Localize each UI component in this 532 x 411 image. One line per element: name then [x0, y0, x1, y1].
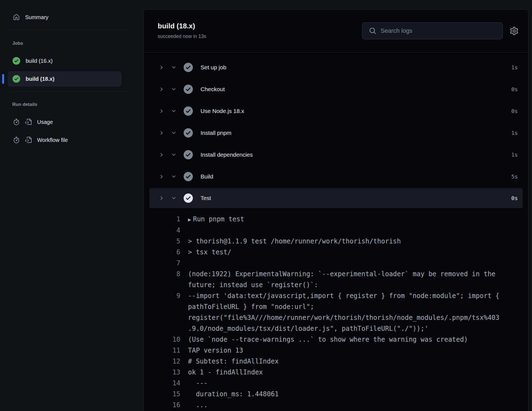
job-header-right	[362, 22, 518, 39]
check-circle-icon	[13, 75, 20, 83]
step-duration: 0s	[511, 86, 518, 93]
log-line-number[interactable]: 15	[160, 389, 180, 400]
step-row[interactable]: Build 5s	[144, 166, 528, 187]
step-label: Set up job	[201, 64, 226, 71]
log-line: 12 # Subtest: findAllIndex	[160, 356, 528, 367]
run-detail-label: Usage	[37, 119, 53, 125]
job-label: build (16.x)	[26, 58, 53, 64]
log-line: 7	[160, 258, 528, 269]
expand-group-marker-icon[interactable]: ▶	[188, 216, 191, 222]
run-details-section-header: Run details	[12, 102, 144, 107]
log-line-number[interactable]: 8	[160, 269, 180, 290]
chevron-right-icon[interactable]	[159, 152, 164, 157]
log-line-number[interactable]: 7	[160, 258, 180, 269]
chevron-down-icon[interactable]	[171, 65, 177, 70]
log-line: 1 ▶Run pnpm test	[160, 214, 528, 225]
log-line-text: (node:1922) ExperimentalWarning: `--expe…	[188, 269, 502, 290]
chevron-right-icon[interactable]	[159, 130, 164, 136]
log-line-number[interactable]: 12	[160, 356, 180, 367]
log-line-text	[188, 225, 502, 236]
log-line-text: duration_ms: 1.448061	[188, 389, 502, 400]
chevron-right-icon[interactable]	[159, 108, 164, 114]
step-row[interactable]: Checkout 0s	[144, 78, 528, 100]
log-line: 4	[160, 225, 528, 236]
step-label: Use Node.js 18.x	[201, 108, 244, 114]
chevron-down-icon[interactable]	[171, 152, 177, 157]
gear-icon	[510, 27, 518, 35]
step-label: Install pnpm	[201, 130, 231, 136]
jobs-section-header: Jobs	[12, 41, 144, 46]
sidebar-item-summary[interactable]: Summary	[8, 10, 121, 25]
log-line-text: ok 1 - findAllIndex	[188, 367, 502, 378]
sidebar-run-detail-item[interactable]: Workflow file	[8, 132, 121, 148]
chevron-right-icon[interactable]	[159, 65, 164, 70]
sidebar-job-item[interactable]: build (16.x)	[8, 53, 121, 68]
chevron-down-icon[interactable]	[171, 195, 177, 201]
step-row[interactable]: Install pnpm 1s	[144, 122, 528, 144]
stopwatch-icon	[13, 119, 20, 125]
log-line-text: # Subtest: findAllIndex	[188, 356, 502, 367]
check-circle-icon	[184, 63, 193, 72]
log-line-number[interactable]: 11	[160, 345, 180, 356]
log-viewer: 1 ▶Run pnpm test 4 5 > thorish@1.1.9 tes…	[144, 208, 528, 410]
log-line: 5 > thorish@1.1.9 test /home/runner/work…	[160, 236, 528, 247]
check-circle-icon	[184, 172, 193, 181]
log-line: 8 (node:1922) ExperimentalWarning: `--ex…	[160, 269, 528, 290]
log-line-text: ...	[188, 400, 502, 410]
steps-list: Set up job 1s Checkout 0s Use Node.js 18…	[144, 53, 528, 208]
sidebar-run-detail-item[interactable]: Usage	[8, 114, 121, 130]
log-line-number[interactable]: 5	[160, 236, 180, 247]
home-icon	[13, 14, 20, 20]
log-line: 9 --import 'data:text/javascript,import …	[160, 290, 528, 334]
log-line-number[interactable]: 10	[160, 334, 180, 345]
chevron-down-icon[interactable]	[171, 130, 177, 136]
step-duration: 5s	[511, 173, 518, 180]
check-circle-icon	[184, 193, 193, 203]
log-line-number[interactable]: 14	[160, 378, 180, 389]
log-line-number[interactable]: 16	[160, 400, 180, 410]
check-circle-icon	[13, 57, 20, 65]
check-circle-icon	[184, 85, 193, 94]
check-circle-icon	[184, 106, 193, 116]
step-row[interactable]: Test 0s	[149, 188, 523, 208]
log-line-number[interactable]: 1	[160, 214, 180, 225]
search-logs-box[interactable]	[362, 22, 503, 39]
summary-label: Summary	[25, 14, 49, 20]
search-icon	[369, 27, 376, 34]
chevron-right-icon[interactable]	[159, 195, 164, 201]
log-line: 13 ok 1 - findAllIndex	[160, 367, 528, 378]
chevron-down-icon[interactable]	[171, 87, 177, 92]
step-label: Checkout	[201, 86, 225, 93]
job-log-panel: build (18.x) succeeded now in 13s Set up…	[144, 9, 528, 411]
step-row[interactable]: Use Node.js 18.x 0s	[144, 100, 528, 122]
jobs-list: build (16.x) build (18.x)	[0, 53, 144, 87]
log-line-number[interactable]: 13	[160, 367, 180, 378]
job-header-left: build (18.x) succeeded now in 13s	[158, 22, 206, 39]
sidebar-job-item[interactable]: build (18.x)	[8, 71, 121, 87]
selected-indicator	[2, 74, 4, 84]
log-settings-button[interactable]	[510, 27, 518, 35]
log-line-text: > thorish@1.1.9 test /home/runner/work/t…	[188, 236, 502, 247]
log-line-text: ▶Run pnpm test	[188, 214, 502, 225]
check-circle-icon	[184, 150, 193, 159]
step-duration: 1s	[511, 130, 518, 136]
job-title: build (18.x)	[158, 22, 206, 30]
search-logs-input[interactable]	[380, 27, 497, 35]
log-line-text: > tsx test/	[188, 247, 502, 258]
chevron-down-icon[interactable]	[171, 174, 177, 179]
log-line-number[interactable]: 6	[160, 247, 180, 258]
step-label: Build	[201, 173, 213, 180]
chevron-right-icon[interactable]	[159, 174, 164, 179]
step-row[interactable]: Set up job 1s	[144, 56, 528, 78]
log-line-number[interactable]: 9	[160, 290, 180, 334]
log-line-text: TAP version 13	[188, 345, 502, 356]
chevron-down-icon[interactable]	[171, 108, 177, 114]
step-duration: 0s	[511, 108, 518, 114]
step-duration: 1s	[511, 151, 518, 158]
stopwatch-icon	[13, 137, 20, 143]
code-file-icon	[25, 119, 32, 125]
log-line: 15 duration_ms: 1.448061	[160, 389, 528, 400]
step-row[interactable]: Install dependencies 1s	[144, 144, 528, 166]
chevron-right-icon[interactable]	[159, 87, 164, 92]
log-line-number[interactable]: 4	[160, 225, 180, 236]
